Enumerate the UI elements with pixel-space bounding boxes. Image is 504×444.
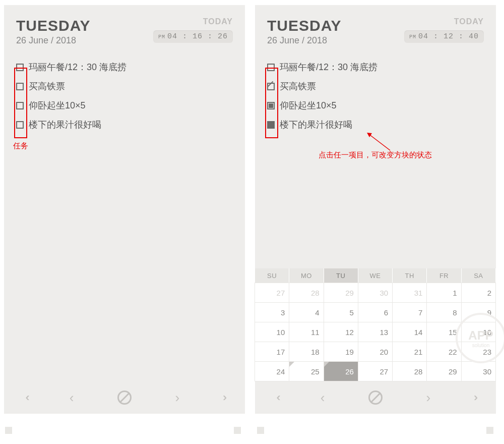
annotation-label: 任务 [13,141,28,151]
header: TUESDAY 26 June / 2018 TODAY PM 04 : 12 … [255,5,496,50]
clock-time: 04 : 12 : 40 [418,32,479,41]
nav-prev-icon[interactable]: ‹ [321,390,325,406]
task-row[interactable]: 玛丽午餐/12：30 海底捞 [16,61,233,73]
calendar-weekday: TU [324,268,358,283]
task-text: 楼下的果汁很好喝 [29,119,101,131]
header: TUESDAY 26 June / 2018 TODAY PM 04 : 16 … [4,5,245,50]
svg-line-0 [369,134,390,150]
calendar-weekday: SU [255,268,289,283]
clock-ampm: PM [409,34,416,40]
task-list: 玛丽午餐/12：30 海底捞买高铁票仰卧起坐10×5楼下的果汁很好喝 [255,50,496,138]
day-date: 26 June / 2018 [267,35,342,46]
calendar-day[interactable]: 2 [461,283,496,303]
screen-left: TUESDAY 26 June / 2018 TODAY PM 04 : 16 … [4,5,245,414]
task-row[interactable]: 买高铁票 [267,80,484,92]
task-row[interactable]: 楼下的果汁很好喝 [267,119,484,131]
calendar-day[interactable]: 28 [392,361,427,381]
nav-next-icon[interactable]: › [426,390,431,406]
decorative-dot [257,427,264,434]
task-text: 仰卧起坐10×5 [29,99,86,112]
calendar-day[interactable]: 14 [392,322,427,342]
task-text: 玛丽午餐/12：30 海底捞 [29,61,127,73]
clock-ampm: PM [158,34,165,40]
calendar-day[interactable]: 3 [255,302,289,322]
calendar-day[interactable]: 13 [358,322,393,342]
calendar-day[interactable]: 17 [255,342,289,362]
calendar-day[interactable]: 27 [358,361,393,381]
annotation-box [265,68,278,138]
calendar-day[interactable]: 18 [289,342,324,362]
calendar-day[interactable]: 25 [289,361,324,381]
calendar-day[interactable]: 1 [426,283,461,303]
calendar-day[interactable]: 24 [255,361,289,381]
calendar-weekday: SA [462,268,496,283]
calendar-day[interactable]: 19 [324,342,358,362]
bottom-navbar: ‹‹ ‹ › ›› [255,381,496,414]
calendar-weekday: WE [358,268,393,283]
task-row[interactable]: 楼下的果汁很好喝 [16,119,233,131]
calendar-day[interactable]: 26 [324,361,358,381]
annotation-arrow-icon [366,131,391,151]
nav-home-icon[interactable] [368,391,383,405]
calendar-day[interactable]: 30 [461,361,496,381]
task-text: 买高铁票 [280,80,316,92]
calendar-day[interactable]: 29 [324,283,358,303]
calendar-weekday: TH [393,268,427,283]
annotation-label: 点击任一项目，可改变方块的状态 [319,150,432,160]
calendar-day[interactable]: 31 [392,283,427,303]
nav-next-icon[interactable]: › [175,390,180,406]
task-row[interactable]: 仰卧起坐10×5 [267,99,484,112]
calendar-day[interactable]: 21 [392,342,427,362]
watermark-subtext: solution [472,343,489,348]
bottom-navbar: ‹‹ ‹ › ›› [4,381,245,414]
task-list: 玛丽午餐/12：30 海底捞买高铁票仰卧起坐10×5楼下的果汁很好喝 [4,50,245,138]
calendar-day[interactable]: 6 [358,302,393,322]
calendar-day[interactable]: 28 [289,283,324,303]
calendar-weekday: MO [289,268,324,283]
screen-right: TUESDAY 26 June / 2018 TODAY PM 04 : 12 … [255,5,496,414]
calendar-day[interactable]: 29 [426,361,461,381]
task-text: 楼下的果汁很好喝 [280,119,352,131]
today-label: TODAY [153,17,233,26]
clock: PM 04 : 12 : 40 [404,30,484,43]
calendar-day[interactable]: 8 [426,302,461,322]
clock: PM 04 : 16 : 26 [153,30,233,43]
decorative-dot [5,427,12,434]
calendar-day[interactable]: 4 [289,302,324,322]
task-text: 仰卧起坐10×5 [280,99,337,112]
task-row[interactable]: 玛丽午餐/12：30 海底捞 [267,61,484,73]
task-text: 买高铁票 [29,80,65,92]
calendar-day[interactable]: 11 [289,322,324,342]
calendar-day[interactable]: 12 [324,322,358,342]
annotation-box [14,68,27,138]
calendar-day[interactable]: 27 [255,283,289,303]
nav-prev-icon[interactable]: ‹ [70,390,74,406]
day-name: TUESDAY [16,17,91,34]
decorative-dot [486,427,493,434]
calendar-day[interactable]: 20 [358,342,393,362]
watermark: APP solution [456,313,504,363]
nav-home-icon[interactable] [117,391,132,405]
calendar-day[interactable]: 5 [324,302,358,322]
watermark-text: APP [468,328,493,343]
decorative-dot [234,427,241,434]
task-row[interactable]: 买高铁票 [16,80,233,92]
calendar-day[interactable]: 7 [392,302,427,322]
calendar-day[interactable]: 30 [358,283,393,303]
task-text: 玛丽午餐/12：30 海底捞 [280,61,377,73]
calendar-day-marker-icon [324,362,329,367]
day-date: 26 June / 2018 [16,35,91,46]
today-label: TODAY [404,17,484,26]
svg-marker-1 [367,133,372,137]
day-name: TUESDAY [267,17,342,34]
calendar-weekday: FR [427,268,461,283]
calendar-day-marker-icon [289,362,294,367]
task-row[interactable]: 仰卧起坐10×5 [16,99,233,112]
clock-time: 04 : 16 : 26 [167,32,228,41]
calendar-day[interactable]: 10 [255,322,289,342]
